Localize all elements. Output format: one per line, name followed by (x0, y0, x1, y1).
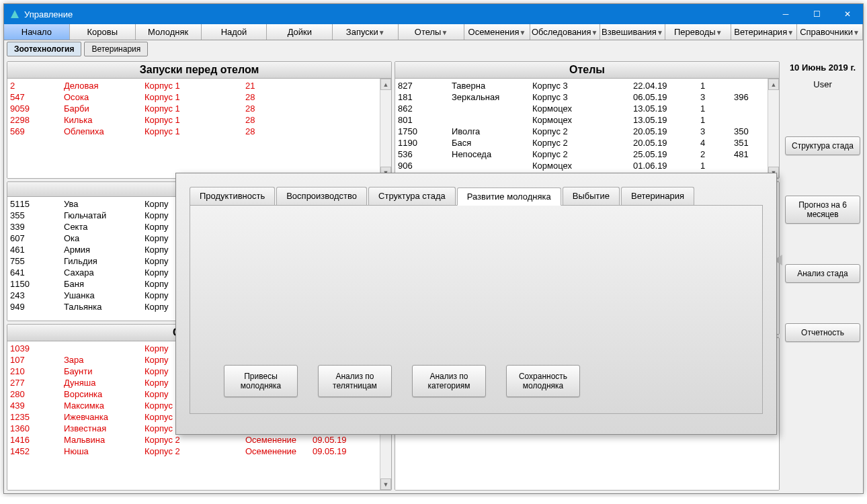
cell: 09.05.19 (313, 446, 380, 457)
maximize-button[interactable]: ☐ (801, 4, 832, 24)
menu-item-12[interactable]: Справочники▼ (797, 24, 863, 40)
table-row[interactable]: 1750ИволгаКорпус 220.05.193350 (398, 126, 776, 137)
table-row[interactable]: 2298КилькаКорпус 128 (10, 114, 388, 126)
scroll-down-icon[interactable]: ▼ (380, 478, 391, 490)
table-row[interactable]: 536НепоседаКорпус 225.05.192481 (398, 149, 776, 160)
cell: 1190 (398, 137, 452, 149)
sidebar-btn-0[interactable]: Структура стада (785, 136, 860, 155)
modal-btn-3[interactable]: Сохранность молодняка (506, 365, 580, 397)
cell: Известная (64, 423, 144, 434)
sidebar-btn-3[interactable]: Отчетность (785, 323, 860, 342)
table-row[interactable]: 547ОсокаКорпус 128 (10, 91, 388, 103)
table-row[interactable]: 1416МальвинаКорпус 2Осеменение09.05.19 (10, 434, 388, 446)
cell: Корпус 1 (144, 91, 245, 103)
cell: 1039 (10, 343, 64, 354)
modal-tab-1[interactable]: Воспроизводство (276, 187, 367, 205)
table-row[interactable]: 1452НюшаКорпус 2Осеменение09.05.19 (10, 446, 388, 457)
modal-btn-2[interactable]: Анализ по категориям (412, 365, 486, 397)
cell: 22.04.19 (633, 80, 700, 91)
menu-item-9[interactable]: Взвешивания▼ (600, 24, 666, 40)
cell: 641 (10, 267, 64, 278)
cell: 28 (245, 126, 313, 137)
cell: Деловая (64, 80, 144, 91)
modal-tab-4[interactable]: Выбытие (563, 187, 620, 205)
cell: Максимка (64, 400, 144, 411)
scrollbar[interactable]: ▲ ▼ (380, 79, 391, 178)
table-row[interactable]: 181ЗеркальнаяКорпус 306.05.193396 (398, 91, 776, 103)
cell: 1 (700, 160, 734, 171)
menu-item-5[interactable]: Запуски▼ (333, 24, 399, 40)
table-row[interactable]: 906Кормоцех01.06.191 (398, 160, 776, 171)
cell: 801 (398, 114, 452, 126)
cell: 1 (700, 80, 734, 91)
menu-item-4[interactable]: Дойки (267, 24, 333, 40)
cell: 21 (245, 80, 313, 91)
table-row[interactable]: 569ОблепихаКорпус 128 (10, 126, 388, 137)
scroll-up-icon[interactable]: ▲ (768, 79, 779, 90)
scrollbar[interactable]: ▲ ▼ (768, 79, 779, 178)
cell: 862 (398, 103, 452, 114)
sub-tab-0[interactable]: Зоотехнология (7, 42, 81, 56)
menu-item-8[interactable]: Обследования▼ (530, 24, 600, 40)
modal-tab-2[interactable]: Структура стада (368, 187, 456, 205)
dropdown-arrow-icon: ▼ (519, 29, 526, 36)
cell: 827 (398, 80, 452, 91)
cell: Осеменение (245, 434, 313, 446)
table-row[interactable]: 2ДеловаяКорпус 121 (10, 80, 388, 91)
table-row[interactable]: 801Кормоцех13.05.191 (398, 114, 776, 126)
menu-item-0[interactable]: Начало (4, 24, 70, 40)
modal-btn-1[interactable]: Анализ по телятницам (318, 365, 392, 397)
modal-tab-3[interactable]: Развитие молодняка (457, 187, 561, 206)
table-row[interactable]: 1190БасяКорпус 220.05.194351 (398, 137, 776, 149)
titlebar: Управление ─ ☐ ✕ (4, 4, 863, 24)
sub-tab-1[interactable]: Ветеринария (84, 42, 148, 56)
dropdown-arrow-icon: ▼ (591, 29, 598, 36)
menu-item-1[interactable]: Коровы (70, 24, 136, 40)
cell: 280 (10, 388, 64, 400)
dropdown-arrow-icon: ▼ (853, 29, 860, 36)
cell: Кормоцех (532, 160, 633, 171)
menu-item-6[interactable]: Отелы▼ (399, 24, 464, 40)
cell: 06.05.19 (633, 91, 700, 103)
cell: 949 (10, 301, 64, 312)
cell: 1 (700, 103, 734, 114)
panel-zapuski: Запуски перед отелом 2ДеловаяКорпус 1215… (7, 61, 392, 179)
cell: Ижевчанка (64, 411, 144, 423)
dropdown-arrow-icon: ▼ (657, 29, 663, 36)
menu-item-2[interactable]: Молодняк (136, 24, 202, 40)
current-date: 10 Июнь 2019 г. (790, 62, 856, 73)
cell: 439 (10, 400, 64, 411)
cell: 547 (10, 91, 64, 103)
cell: Корпус 2 (532, 137, 633, 149)
modal-btn-0[interactable]: Привесы молодняка (224, 365, 298, 397)
panel-otely: Отелы 827ТавернаКорпус 322.04.191181Зерк… (395, 61, 780, 179)
menu-item-10[interactable]: Переводы▼ (665, 24, 731, 40)
menu-item-11[interactable]: Ветеринария▼ (731, 24, 797, 40)
cell: 906 (398, 160, 452, 171)
cell: 1416 (10, 434, 64, 446)
cell (452, 114, 532, 126)
modal-tab-0[interactable]: Продуктивность (190, 187, 275, 205)
cell: Корпус 2 (532, 149, 633, 160)
cell: 20.05.19 (633, 137, 700, 149)
minimize-button[interactable]: ─ (770, 4, 801, 24)
sidebar-btn-2[interactable]: Анализ стада (785, 264, 860, 283)
cell: Корпус 2 (532, 126, 633, 137)
close-button[interactable]: ✕ (832, 4, 863, 24)
sidebar-btn-1[interactable]: Прогноз на 6 месяцев (785, 196, 860, 224)
table-row[interactable]: 9059БарбиКорпус 128 (10, 103, 388, 114)
cell: 536 (398, 149, 452, 160)
menu-item-7[interactable]: Осеменения▼ (464, 24, 530, 40)
menu-item-3[interactable]: Надой (202, 24, 267, 40)
cell: 355 (10, 210, 64, 221)
modal-tab-5[interactable]: Ветеринария (621, 187, 694, 205)
scroll-up-icon[interactable]: ▲ (380, 79, 391, 90)
app-icon (9, 9, 20, 19)
cell: Нюша (64, 446, 144, 457)
table-row[interactable]: 862Кормоцех13.05.191 (398, 103, 776, 114)
cell: Ушанка (64, 290, 144, 301)
cell: Зеркальная (452, 91, 532, 103)
app-window: Управление ─ ☐ ✕ НачалоКоровыМолоднякНад… (3, 3, 864, 494)
cell: Корпус 3 (532, 91, 633, 103)
table-row[interactable]: 827ТавернаКорпус 322.04.191 (398, 80, 776, 91)
